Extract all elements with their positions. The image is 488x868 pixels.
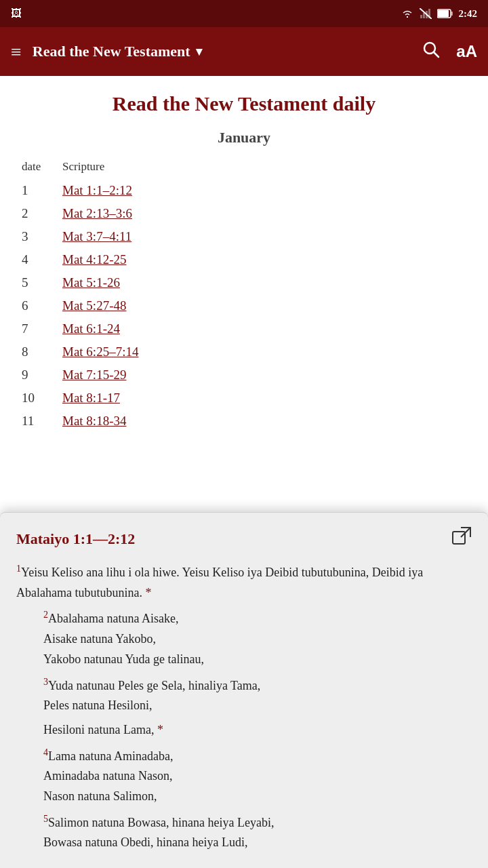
table-row: 11Mat 8:18-34 [22, 410, 466, 433]
table-row: 10Mat 8:1-17 [22, 387, 466, 410]
reading-day: 7 [22, 317, 62, 340]
scripture-link[interactable]: Mat 3:7–4:11 [62, 229, 131, 243]
reading-day: 10 [22, 387, 62, 410]
reading-ref[interactable]: Mat 1:1–2:12 [62, 179, 466, 202]
popup-panel: Mataiyo 1:1—2:12 1Yeisu Keliso ana lihu … [0, 512, 488, 868]
page-title: Read the New Testament daily [22, 92, 466, 115]
wifi-icon [401, 8, 414, 19]
reading-ref[interactable]: Mat 6:1-24 [62, 317, 466, 340]
scripture-link[interactable]: Mat 8:1-17 [62, 391, 120, 405]
reading-ref[interactable]: Mat 3:7–4:11 [62, 225, 466, 248]
table-row: 1Mat 1:1–2:12 [22, 179, 466, 202]
main-content: Read the New Testament daily January dat… [0, 76, 488, 537]
menu-button[interactable] [11, 40, 22, 63]
toolbar-title: Read the New Testament ▾ [33, 43, 412, 60]
table-row: 2Mat 2:13–3:6 [22, 202, 466, 225]
popup-header: Mataiyo 1:1—2:12 [16, 526, 472, 551]
column-scripture: Scripture [62, 157, 466, 179]
reading-day: 6 [22, 294, 62, 317]
verse-paragraph: 2Abalahama natuna Aisake,Aisake natuna Y… [16, 607, 472, 669]
scripture-link[interactable]: Mat 6:1-24 [62, 321, 120, 336]
svg-rect-7 [451, 12, 453, 16]
reading-day: 1 [22, 179, 62, 202]
scripture-link[interactable]: Mat 8:18-34 [62, 414, 126, 428]
column-date: date [22, 157, 62, 179]
svg-rect-0 [420, 15, 422, 18]
verse-number: 3 [43, 677, 48, 687]
scripture-link[interactable]: Mat 6:25–7:14 [62, 344, 138, 359]
verse-number: 1 [16, 564, 21, 574]
reading-day: 8 [22, 340, 62, 363]
verse-paragraph: 4Lama natuna Aminadaba,Aminadaba natuna … [16, 745, 472, 807]
reading-day: 2 [22, 202, 62, 225]
status-right: 2:42 [401, 8, 478, 20]
battery-icon [437, 9, 453, 18]
toolbar-icons: aA [422, 41, 477, 62]
svg-rect-6 [438, 10, 449, 17]
table-row: 4Mat 4:12-25 [22, 248, 466, 271]
table-row: 9Mat 7:15-29 [22, 363, 466, 387]
reading-day: 5 [22, 271, 62, 294]
svg-line-9 [434, 52, 439, 57]
reading-ref[interactable]: Mat 8:18-34 [62, 410, 466, 433]
scripture-link[interactable]: Mat 1:1–2:12 [62, 183, 132, 197]
reading-ref[interactable]: Mat 8:1-17 [62, 387, 466, 410]
popup-text: 1Yeisu Keliso ana lihu i ola hiwe. Yeisu… [16, 561, 472, 853]
scripture-link[interactable]: Mat 5:27-48 [62, 298, 126, 313]
asterisk-marker: * [145, 586, 151, 599]
reading-ref[interactable]: Mat 5:27-48 [62, 294, 466, 317]
table-row: 3Mat 3:7–4:11 [22, 225, 466, 248]
scripture-link[interactable]: Mat 5:1-26 [62, 275, 120, 290]
reading-day: 9 [22, 363, 62, 387]
dropdown-arrow-icon[interactable]: ▾ [196, 44, 202, 59]
image-icon: 🖼 [11, 7, 22, 20]
signal-icon [420, 8, 432, 19]
scripture-link[interactable]: Mat 7:15-29 [62, 368, 126, 382]
table-row: 5Mat 5:1-26 [22, 271, 466, 294]
asterisk-marker: * [157, 723, 163, 736]
time-display: 2:42 [459, 8, 478, 20]
svg-rect-1 [423, 13, 425, 18]
verse-paragraph: 5Salimon natuna Bowasa, hinana heiya Ley… [16, 811, 472, 853]
month-title: January [22, 129, 466, 146]
font-size-button[interactable]: aA [456, 42, 477, 61]
reading-ref[interactable]: Mat 7:15-29 [62, 363, 466, 387]
reading-day: 11 [22, 410, 62, 433]
external-link-button[interactable] [451, 526, 472, 551]
verse-number: 4 [43, 747, 48, 757]
verse-paragraph: 3Yuda natunau Peles ge Sela, hinaliya Ta… [16, 674, 472, 716]
reading-ref[interactable]: Mat 6:25–7:14 [62, 340, 466, 363]
table-row: 8Mat 6:25–7:14 [22, 340, 466, 363]
reading-table: date Scripture 1Mat 1:1–2:122Mat 2:13–3:… [22, 157, 466, 433]
toolbar-title-text: Read the New Testament [33, 43, 190, 60]
table-row: 7Mat 6:1-24 [22, 317, 466, 340]
status-bar: 🖼 2:42 [0, 0, 488, 27]
svg-rect-10 [453, 532, 465, 544]
status-left: 🖼 [11, 7, 22, 20]
scripture-link[interactable]: Mat 4:12-25 [62, 252, 126, 267]
verse-number: 2 [43, 610, 48, 620]
reading-day: 3 [22, 225, 62, 248]
search-button[interactable] [422, 41, 440, 62]
reading-day: 4 [22, 248, 62, 271]
verse-paragraph: 1Yeisu Keliso ana lihu i ola hiwe. Yeisu… [16, 561, 472, 603]
table-row: 6Mat 5:27-48 [22, 294, 466, 317]
verse-number: 5 [43, 814, 48, 824]
verse-paragraph: Hesiloni natuna Lama, * [16, 720, 472, 741]
popup-title: Mataiyo 1:1—2:12 [16, 530, 135, 548]
toolbar: Read the New Testament ▾ aA [0, 27, 488, 76]
reading-ref[interactable]: Mat 4:12-25 [62, 248, 466, 271]
reading-ref[interactable]: Mat 2:13–3:6 [62, 202, 466, 225]
reading-ref[interactable]: Mat 5:1-26 [62, 271, 466, 294]
scripture-link[interactable]: Mat 2:13–3:6 [62, 206, 132, 220]
